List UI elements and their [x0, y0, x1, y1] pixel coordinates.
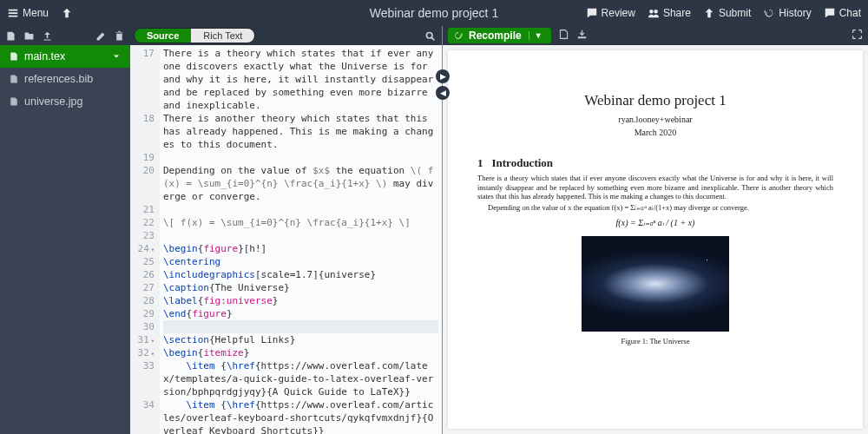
- splitter-handles: ▶ ◀: [436, 69, 450, 100]
- new-folder-icon[interactable]: [23, 30, 35, 42]
- file-item[interactable]: references.bib: [0, 68, 130, 90]
- preview-pane: Recompile ▼ Webinar demo project 1 ryan.…: [443, 26, 868, 434]
- pdf-title: Webinar demo project 1: [477, 92, 833, 109]
- file-sidebar: main.texreferences.bibuniverse.jpg: [0, 26, 130, 434]
- recompile-button[interactable]: Recompile ▼: [448, 28, 551, 43]
- submit-icon: [703, 7, 715, 19]
- chat-icon: [824, 7, 836, 19]
- history-button[interactable]: History: [763, 7, 811, 19]
- file-icon: [9, 96, 19, 107]
- download-button[interactable]: [576, 29, 588, 43]
- pdf-author: ryan.looney+webinar: [477, 115, 833, 124]
- menu-label: Menu: [23, 7, 49, 19]
- upload-icon[interactable]: [42, 30, 53, 42]
- up-button[interactable]: [61, 7, 73, 19]
- download-icon: [576, 29, 588, 40]
- file-item[interactable]: main.tex: [0, 45, 130, 68]
- file-item[interactable]: universe.jpg: [0, 90, 130, 113]
- pdf-paragraph: Depending on the value of x the equation…: [477, 203, 833, 213]
- svg-point-0: [649, 10, 653, 13]
- delete-icon[interactable]: [114, 30, 125, 42]
- file-icon: [9, 51, 19, 62]
- submit-button[interactable]: Submit: [703, 7, 751, 19]
- new-file-icon[interactable]: [5, 30, 16, 42]
- recompile-dropdown-icon[interactable]: ▼: [529, 31, 542, 40]
- preview-toolbar: Recompile ▼: [443, 26, 868, 45]
- editor-mode-toggle: Source Rich Text: [134, 28, 255, 43]
- rename-icon[interactable]: [95, 30, 107, 42]
- history-icon: [763, 7, 775, 19]
- splitter-right-icon[interactable]: ▶: [436, 69, 450, 83]
- pdf-figure-caption: Figure 1: The Universe: [621, 337, 690, 345]
- project-title: Webinar demo project 1: [370, 6, 498, 20]
- file-name: main.tex: [24, 50, 65, 62]
- pdf-equation: f(x) = Σᵢ₌₀ⁿ aᵢ / (1 + x): [477, 218, 833, 227]
- source-tab[interactable]: Source: [135, 29, 191, 43]
- review-button[interactable]: Review: [586, 7, 635, 19]
- splitter-left-icon[interactable]: ◀: [436, 86, 450, 100]
- code-editor[interactable]: 1718192021222324252627282930313233343536…: [130, 45, 442, 434]
- rich-text-tab[interactable]: Rich Text: [191, 29, 254, 43]
- pdf-date: March 2020: [477, 128, 833, 137]
- menu-button[interactable]: Menu: [7, 7, 49, 19]
- expand-icon: [852, 29, 863, 40]
- pdf-figure: Figure 1: The Universe: [477, 236, 833, 345]
- svg-point-2: [426, 32, 432, 38]
- logs-button[interactable]: [558, 29, 569, 43]
- file-name: references.bib: [24, 73, 93, 85]
- chat-button[interactable]: Chat: [824, 7, 861, 19]
- search-icon: [424, 30, 436, 42]
- file-icon: [9, 74, 19, 84]
- refresh-icon: [453, 30, 464, 41]
- share-icon: [648, 7, 660, 19]
- editor-toolbar: Source Rich Text: [130, 26, 442, 45]
- pdf-paragraph: There is a theory which states that if e…: [477, 174, 833, 201]
- svg-point-1: [654, 10, 657, 13]
- top-bar: Menu Webinar demo project 1 Review Share…: [0, 0, 868, 26]
- share-button[interactable]: Share: [648, 7, 691, 19]
- file-name: universe.jpg: [24, 95, 82, 108]
- pdf-figure-image: [582, 236, 729, 332]
- sidebar-toolbar: [0, 26, 130, 45]
- editor-search-button[interactable]: [421, 30, 438, 42]
- file-icon: [558, 29, 569, 40]
- editor-pane: Source Rich Text 17181920212223242526272…: [130, 26, 443, 434]
- up-arrow-icon: [61, 7, 73, 19]
- pdf-section-heading: 1Introduction: [477, 156, 833, 170]
- review-icon: [586, 7, 598, 19]
- expand-button[interactable]: [852, 29, 863, 43]
- menu-icon: [7, 7, 19, 19]
- chevron-down-icon[interactable]: [111, 51, 122, 62]
- pdf-preview[interactable]: Webinar demo project 1 ryan.looney+webin…: [448, 50, 863, 429]
